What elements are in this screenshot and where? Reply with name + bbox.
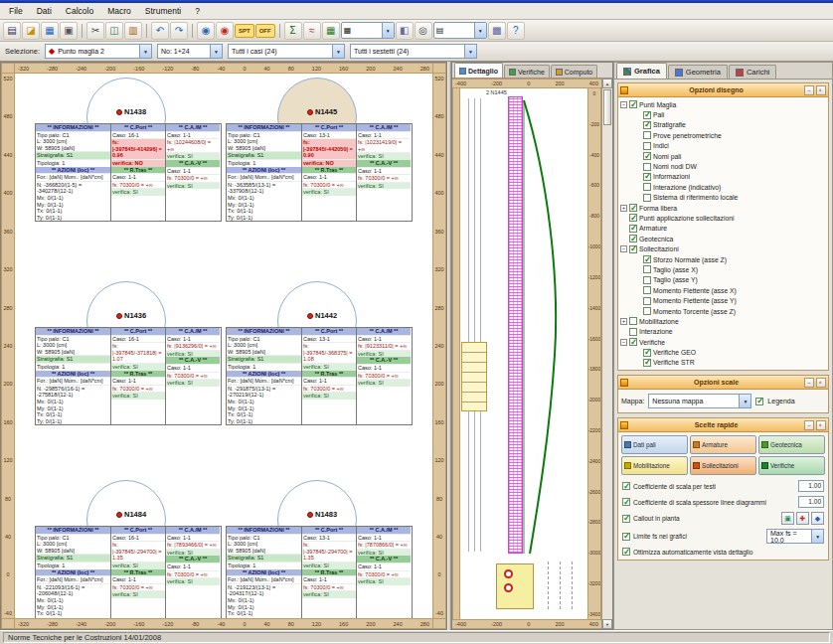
diagram-icon[interactable]: ≈ [303, 22, 321, 40]
detail-canvas[interactable]: 2 N1445 [460, 88, 587, 619]
quick-verifiche-button[interactable]: Verifiche [758, 456, 825, 475]
menu-item[interactable]: ? [188, 4, 207, 18]
sidebar-tab[interactable]: Carichi [729, 65, 776, 79]
pile-marker[interactable]: N1436 [116, 311, 146, 320]
callout-checkbox[interactable] [622, 515, 630, 523]
tree-checkbox[interactable] [643, 286, 651, 294]
tree-item[interactable]: Taglio (asse Y) [620, 275, 828, 285]
save-icon[interactable]: ▦ [41, 22, 59, 40]
scale-combo[interactable]: ▤ [433, 22, 487, 39]
line-scale-input[interactable]: 1.00 [798, 496, 824, 508]
pin-blue-icon[interactable]: ◉ [197, 22, 215, 40]
menu-item[interactable]: Strumenti [138, 4, 188, 18]
scroll-down-icon[interactable] [602, 619, 612, 629]
scrollbar-track[interactable] [602, 126, 612, 619]
tree-item[interactable]: + Mobilitazione [620, 316, 828, 326]
cases-selector[interactable]: Tutti i casi (24) [228, 44, 345, 59]
off-toggle[interactable]: OFF [255, 24, 275, 38]
grid-icon[interactable]: ▩ [488, 22, 506, 40]
menu-item[interactable]: Macro [100, 4, 138, 18]
map-selector[interactable]: Nessuna mappa [648, 394, 751, 408]
tree-checkbox[interactable] [643, 131, 651, 139]
pin-red-icon[interactable]: ◉ [216, 22, 234, 40]
panel-header[interactable]: Opzioni disegno [618, 83, 828, 97]
tree-item[interactable]: Sistema di riferimento locale [620, 193, 828, 203]
tree-item[interactable]: Momento Flettente (asse Y) [620, 295, 828, 305]
tree-item[interactable]: Sforzo Normale (asse Z) [620, 254, 828, 264]
tree-item[interactable]: Nomi pali [620, 151, 828, 161]
tree-item[interactable]: − Sollecitazioni [620, 243, 828, 253]
pile-marker[interactable]: N1484 [116, 510, 146, 519]
tree-expander-icon[interactable]: + [620, 205, 627, 212]
menu-item[interactable]: File [2, 4, 30, 18]
callout-style-2-button[interactable]: ✚ [796, 512, 809, 525]
tree-checkbox[interactable] [643, 152, 651, 160]
separator[interactable] [189, 23, 196, 39]
tree-item[interactable]: Armature [620, 224, 828, 234]
calc-icon[interactable]: Σ [284, 22, 302, 40]
line-scale-checkbox[interactable] [622, 498, 630, 506]
tree-item[interactable]: Prove penetrometriche [620, 130, 828, 140]
tree-checkbox[interactable] [643, 173, 651, 181]
auto-optimize-checkbox[interactable] [622, 548, 630, 556]
tree-expander-icon[interactable]: − [620, 339, 627, 346]
pile-marker[interactable]: N1445 [307, 107, 337, 116]
tree-checkbox[interactable] [643, 255, 651, 263]
tree-checkbox[interactable] [643, 163, 651, 171]
tree-checkbox[interactable] [643, 276, 651, 284]
tree-expander-icon[interactable]: − [620, 101, 627, 108]
tree-checkbox[interactable] [629, 214, 637, 222]
tree-checkbox[interactable] [643, 111, 651, 119]
pile-marker[interactable]: N1442 [307, 311, 337, 320]
separator[interactable] [143, 23, 150, 39]
legend-checkbox[interactable] [755, 398, 763, 405]
spt-toggle[interactable]: SPT [235, 24, 254, 38]
fs-limit-selector[interactable]: Max fs = 10.0 [766, 529, 824, 544]
tree-checkbox[interactable] [643, 194, 651, 202]
tree-item[interactable]: Momento Torcente (asse Z) [620, 306, 828, 316]
quick-dati-pali-button[interactable]: Dati pali [621, 435, 688, 454]
separator[interactable] [276, 23, 283, 39]
print-icon[interactable]: ▣ [60, 22, 78, 40]
tree-item[interactable]: Stratigrafie [620, 120, 828, 130]
tree-item[interactable]: Interazione (indicativo) [620, 182, 828, 192]
tree-checkbox[interactable] [629, 235, 637, 242]
panel-header[interactable]: Scelte rapide [618, 418, 828, 432]
text-scale-input[interactable]: 1.00 [798, 480, 824, 492]
tree-item[interactable]: Indici [620, 141, 828, 151]
help-icon[interactable]: ? [507, 22, 525, 40]
tree-checkbox[interactable] [643, 121, 651, 129]
quick-mobilitazione-button[interactable]: Mobilitazione [621, 456, 688, 475]
tree-expander-icon[interactable]: − [620, 245, 627, 252]
tree-item[interactable]: Punti applicazione sollecitazioni [620, 213, 828, 223]
tree-checkbox[interactable] [643, 265, 651, 273]
fs-limit-checkbox[interactable] [622, 533, 630, 541]
tree-checkbox[interactable] [629, 328, 637, 336]
copy-icon[interactable]: ◫ [105, 22, 123, 40]
tree-checkbox[interactable] [629, 317, 637, 325]
tree-checkbox[interactable] [643, 349, 651, 357]
undo-icon[interactable]: ↶ [151, 22, 169, 40]
paste-icon[interactable]: ▥ [124, 22, 142, 40]
panel-minimize-button[interactable] [804, 85, 814, 95]
tree-checkbox[interactable] [643, 183, 651, 191]
tree-checkbox[interactable] [629, 204, 637, 212]
sidebar-tab[interactable]: Grafica [616, 63, 667, 79]
quick-armature-button[interactable]: Armature [690, 435, 756, 454]
table-icon[interactable]: ▦ [322, 22, 340, 40]
quick-sollecitazioni-button[interactable]: Sollecitazioni [690, 456, 756, 475]
tree-item[interactable]: Pali [620, 109, 828, 119]
scroll-up-icon[interactable] [602, 79, 612, 88]
plan-canvas[interactable]: N1438 ** INFORMAZIONI ** Tipo palo: C1 L… [15, 74, 432, 618]
tree-checkbox[interactable] [629, 338, 637, 346]
pile-marker[interactable]: N1438 [116, 107, 146, 116]
tree-item[interactable]: Interazione [620, 327, 828, 337]
detail-tab[interactable]: Dettaglio [454, 63, 503, 78]
maglia-selector[interactable]: ◆ Punto maglia 2 [45, 44, 152, 59]
menu-item[interactable]: Dati [30, 4, 59, 18]
sestetti-selector[interactable]: Tutti i sestetti (24) [350, 44, 477, 59]
tree-checkbox[interactable] [629, 100, 637, 108]
view-combo[interactable]: ▦ [341, 22, 395, 39]
quick-geotecnica-button[interactable]: Geotecnica [758, 435, 825, 454]
new-file-icon[interactable]: ▤ [3, 22, 21, 40]
